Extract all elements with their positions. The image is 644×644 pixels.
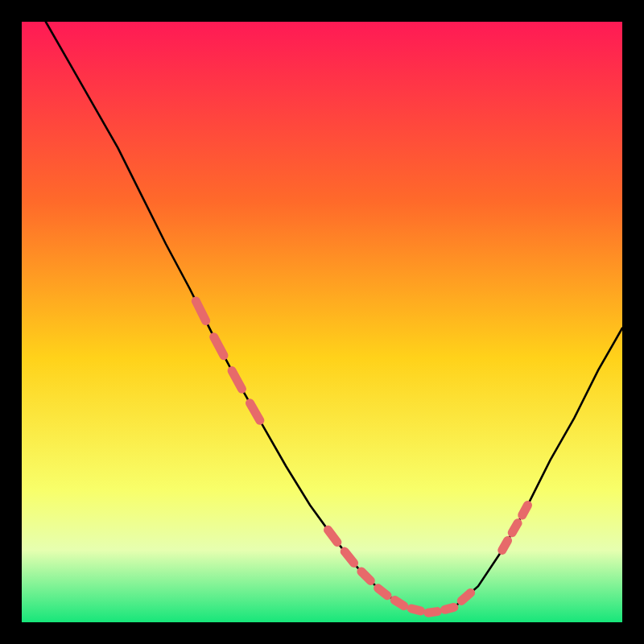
highlight-dash bbox=[394, 601, 403, 606]
highlight-dash bbox=[522, 506, 528, 516]
highlight-dash bbox=[428, 612, 437, 613]
highlight-dash bbox=[502, 541, 508, 551]
highlight-dash bbox=[461, 592, 470, 601]
highlight-dash bbox=[445, 607, 454, 609]
highlight-dash bbox=[378, 588, 387, 596]
chart-stage: TheBottleneck.com bbox=[0, 0, 644, 644]
highlight-dash bbox=[512, 523, 518, 533]
chart-svg bbox=[0, 0, 644, 644]
plot-gradient bbox=[22, 22, 622, 622]
highlight-dash bbox=[411, 609, 420, 611]
